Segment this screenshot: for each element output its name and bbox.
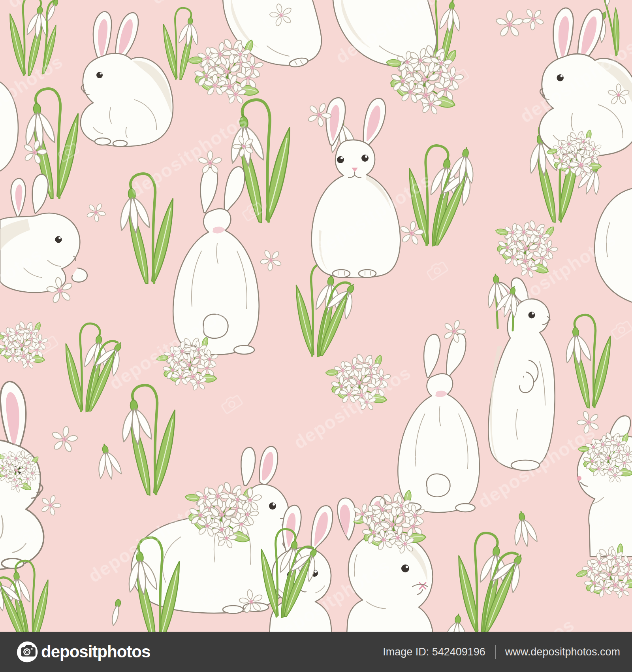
attribution-bar: depositphotos Image ID: 542409196 www.de… (0, 632, 632, 672)
depositphotos-camera-logo-icon (16, 640, 39, 663)
footer-divider (495, 645, 496, 659)
image-id-label: Image ID: 542409196 (383, 646, 485, 658)
depositphotos-logo: depositphotos (16, 640, 150, 663)
website-url: www.depositphotos.com (505, 646, 620, 658)
stock-photo-preview: depositphotos (0, 0, 632, 672)
brand-wordmark: depositphotos (41, 642, 150, 661)
pattern-artwork: depositphotos (0, 0, 632, 632)
